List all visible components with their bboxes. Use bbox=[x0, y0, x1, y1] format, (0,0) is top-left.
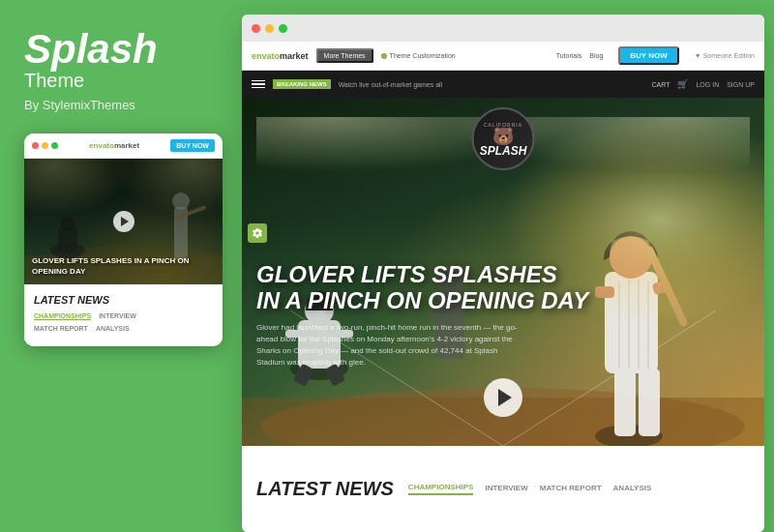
logged-in-text: ▼ Someone Edition bbox=[695, 52, 755, 59]
hero-headline-line2: IN A PINCH ON OPENING DAY bbox=[256, 287, 588, 313]
theme-custom-text: Theme Customization bbox=[390, 52, 456, 59]
mobile-envato-logo: envatomarket bbox=[89, 141, 139, 150]
tab-championships[interactable]: CHAMPIONSHIPS bbox=[408, 483, 474, 495]
site-navigation: BREAKING NEWS Watch live out-of-market g… bbox=[242, 71, 764, 98]
latest-news-title: LATEST NEWS bbox=[256, 478, 394, 500]
mobile-mockup: envatomarket BUY NOW bbox=[24, 133, 223, 346]
envato-links: Tutorials Blog bbox=[556, 52, 604, 59]
gear-icon bbox=[252, 227, 263, 239]
tab-analysis[interactable]: ANALYSIS bbox=[613, 484, 652, 494]
hero-headline-line1: GLOVER LIFTS SPLASHES bbox=[256, 261, 557, 287]
envato-buy-button[interactable]: BUY NOW bbox=[618, 46, 679, 65]
hero-headline: GLOVER LIFTS SPLASHES IN A PINCH ON OPEN… bbox=[256, 261, 750, 314]
breaking-news-badge: BREAKING NEWS bbox=[273, 79, 331, 89]
splash-logo: CALIFORNIA 🐻 SPLASH bbox=[472, 107, 535, 170]
more-themes-button[interactable]: More Themes bbox=[316, 48, 373, 63]
mobile-latest-news-title: LATEST NEWS bbox=[34, 294, 213, 306]
mobile-news-section: LATEST NEWS CHAMPIONSHIPS INTERVIEW MATC… bbox=[24, 284, 223, 346]
mobile-news-tabs-row2: MATCH REPORT ANALYSIS bbox=[34, 325, 213, 332]
hero-section: CALIFORNIA 🐻 SPLASH bbox=[242, 98, 764, 446]
envato-logo: envatomarket bbox=[252, 51, 309, 61]
theme-customization: Theme Customization bbox=[381, 52, 456, 59]
mobile-hero-image: GLOVER LIFTS SPLASHES IN A PINCH ON OPEN… bbox=[24, 159, 223, 284]
logo-bear-icon: 🐻 bbox=[492, 128, 514, 145]
brand-title: Splash bbox=[24, 29, 218, 70]
chrome-dot-close[interactable] bbox=[252, 24, 260, 33]
mobile-dot-red bbox=[32, 142, 39, 149]
cart-icon-text[interactable]: CART bbox=[652, 81, 670, 88]
mobile-hero-text: GLOVER LIFTS SPLASHES IN A PINCH ON OPEN… bbox=[32, 256, 215, 277]
hero-content: GLOVER LIFTS SPLASHES IN A PINCH ON OPEN… bbox=[256, 261, 750, 369]
blog-link[interactable]: Blog bbox=[589, 52, 603, 59]
settings-badge[interactable] bbox=[248, 223, 267, 243]
mobile-play-button[interactable] bbox=[113, 211, 134, 232]
logo-splash-text: SPLASH bbox=[480, 145, 527, 157]
tab-interview[interactable]: INTERVIEW bbox=[485, 484, 527, 494]
mobile-dot-yellow bbox=[42, 142, 48, 149]
mobile-dot-green bbox=[51, 142, 58, 149]
mobile-tab-championships[interactable]: CHAMPIONSHIPS bbox=[34, 312, 91, 320]
signup-link[interactable]: SIGN UP bbox=[727, 81, 755, 88]
desktop-news-tabs: CHAMPIONSHIPS INTERVIEW MATCH REPORT ANA… bbox=[408, 483, 651, 495]
mobile-tab-interview[interactable]: INTERVIEW bbox=[99, 312, 136, 320]
hero-play-button[interactable] bbox=[484, 378, 522, 417]
left-panel: Splash Theme By StylemixThemes envatomar… bbox=[0, 0, 237, 532]
tutorials-link[interactable]: Tutorials bbox=[556, 52, 582, 59]
window-chrome bbox=[242, 15, 764, 42]
brand-subtitle: Theme bbox=[24, 70, 218, 92]
theme-active-dot bbox=[381, 53, 387, 59]
envato-colored-text: envato bbox=[252, 51, 280, 61]
mobile-tab-analysis[interactable]: ANALYSIS bbox=[96, 325, 130, 332]
mobile-window-dots bbox=[32, 142, 58, 149]
news-bottom-section: LATEST NEWS CHAMPIONSHIPS INTERVIEW MATC… bbox=[242, 446, 764, 532]
login-link[interactable]: LOG IN bbox=[696, 81, 719, 88]
nav-right-items: CART 🛒 LOG IN SIGN UP bbox=[652, 79, 755, 89]
mobile-envato-colored: envato bbox=[89, 141, 114, 150]
hamburger-line-1 bbox=[252, 80, 265, 82]
mobile-top-bar: envatomarket BUY NOW bbox=[24, 133, 223, 159]
mobile-buy-button[interactable]: BUY NOW bbox=[170, 139, 215, 152]
desktop-mockup: envatomarket More Themes Theme Customiza… bbox=[242, 15, 764, 532]
brand-by: By StylemixThemes bbox=[24, 98, 218, 112]
mobile-news-tabs: CHAMPIONSHIPS INTERVIEW bbox=[34, 312, 213, 320]
cart-icon: 🛒 bbox=[677, 79, 688, 89]
logo-container: CALIFORNIA 🐻 SPLASH bbox=[472, 107, 535, 170]
hamburger-line-2 bbox=[252, 83, 265, 85]
hero-body-text: Glover had launched a two-run, pinch-hit… bbox=[256, 322, 527, 369]
envato-bar: envatomarket More Themes Theme Customiza… bbox=[242, 42, 764, 71]
chrome-dot-maximize[interactable] bbox=[279, 24, 287, 33]
mobile-tab-match-report[interactable]: MATCH REPORT bbox=[34, 325, 88, 332]
chrome-dot-minimize[interactable] bbox=[265, 24, 274, 33]
breaking-news-text: Watch live out-of-market games all bbox=[339, 81, 443, 88]
hamburger-menu[interactable] bbox=[252, 80, 265, 89]
tab-match-report[interactable]: MATCH REPORT bbox=[540, 484, 602, 494]
hamburger-line-3 bbox=[252, 87, 265, 89]
